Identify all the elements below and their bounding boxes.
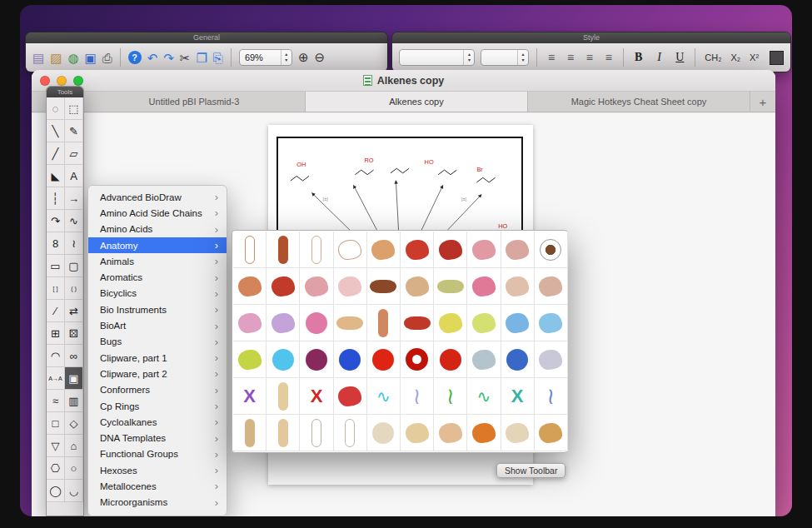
- clipart-skin-layers[interactable]: [334, 305, 367, 341]
- clipart-cell-blue-small[interactable]: [501, 341, 535, 378]
- clipart-skeleton[interactable]: [300, 415, 333, 451]
- align-right-button[interactable]: ≡: [583, 51, 596, 64]
- clipart-heart-section[interactable]: [434, 232, 467, 268]
- clipart-dna-helix[interactable]: ≀: [401, 378, 434, 415]
- menu-item-metallocenes[interactable]: Metallocenes›: [88, 478, 227, 494]
- cut-button[interactable]: ✂: [180, 52, 191, 64]
- clipart-head-profile[interactable]: [334, 232, 367, 268]
- dice-tool[interactable]: ⚄: [65, 322, 83, 345]
- tab-untitled-pbi-plasmid-3[interactable]: Untitled pBI Plasmid-3: [83, 92, 306, 112]
- clipart-stamp-tool[interactable]: ▣: [65, 367, 83, 390]
- eraser-tool[interactable]: ▱: [65, 142, 83, 165]
- solid-bond-tool[interactable]: ╲: [47, 120, 65, 142]
- zoom-stepper[interactable]: ▴▾: [281, 50, 291, 65]
- clipart-skull[interactable]: [367, 415, 401, 451]
- menu-item-anatomy[interactable]: Anatomy›: [88, 237, 227, 253]
- menu-item-nanotubes[interactable]: Nanotubes›: [88, 511, 227, 516]
- font-combobox[interactable]: ▴▾: [399, 49, 475, 66]
- menu-item-dna-templates[interactable]: DNA Templates›: [88, 430, 227, 446]
- underline-button[interactable]: U: [672, 51, 687, 64]
- new-tab-button[interactable]: +: [750, 92, 775, 112]
- rounded-rectangle-tool[interactable]: ▢: [65, 255, 83, 277]
- clipart-red-blood-cell[interactable]: [401, 341, 434, 378]
- superscript-button[interactable]: X²: [748, 52, 760, 62]
- print-button[interactable]: ⎙: [102, 52, 112, 64]
- zoom-out-button[interactable]: ⊖: [314, 50, 325, 65]
- open-document-button[interactable]: ▨: [50, 52, 62, 64]
- clipart-stomach[interactable]: [401, 268, 434, 305]
- align-justify-button[interactable]: ≡: [602, 51, 615, 64]
- clipart-tooth[interactable]: [334, 268, 367, 305]
- clipart-chromosomes-purple[interactable]: X: [233, 378, 267, 415]
- clipart-foot[interactable]: [434, 415, 467, 451]
- subscript-button[interactable]: X₂: [729, 52, 742, 62]
- menu-item-cycloalkanes[interactable]: Cycloalkanes›: [88, 414, 227, 430]
- copy-button[interactable]: ❐: [196, 52, 207, 64]
- open-from-web-button[interactable]: ◍: [67, 52, 78, 64]
- atom-number-tool[interactable]: 8: [47, 232, 65, 255]
- zoom-in-button[interactable]: ⊕: [298, 50, 309, 65]
- size-combobox[interactable]: ▴▾: [481, 49, 529, 66]
- rectangle-tool[interactable]: ▭: [47, 255, 65, 277]
- clipart-ear[interactable]: [501, 232, 535, 268]
- clipart-muscle[interactable]: [401, 305, 434, 341]
- clipart-virus[interactable]: [300, 305, 333, 341]
- arc-tool[interactable]: ◠: [47, 345, 65, 367]
- paste-button[interactable]: ⎘: [213, 52, 223, 64]
- menu-item-clipware-part-1[interactable]: Clipware, part 1›: [88, 350, 227, 366]
- clipart-hand-bones[interactable]: [501, 415, 535, 451]
- clipart-ear-2[interactable]: [535, 268, 568, 305]
- clipart-brain-pink[interactable]: [467, 232, 501, 268]
- clipart-uterus[interactable]: [467, 268, 501, 305]
- clipart-skeleton-small[interactable]: [334, 415, 367, 451]
- circle-shape-tool[interactable]: ○: [65, 457, 83, 480]
- clipart-neuron-green[interactable]: [233, 341, 267, 378]
- clipart-cell-cyan[interactable]: [267, 341, 300, 378]
- clipart-blood-cells[interactable]: [434, 341, 467, 378]
- arrow-tool[interactable]: →: [65, 187, 83, 210]
- menu-item-amino-acid-side-chains[interactable]: Amino Acid Side Chains›: [88, 205, 227, 221]
- align-center-button[interactable]: ≡: [564, 51, 577, 64]
- dashed-bond-tool[interactable]: ┆: [47, 187, 65, 210]
- clipart-pancreas[interactable]: [434, 268, 467, 305]
- wavy-line-tool[interactable]: ≈: [47, 390, 65, 412]
- wavy-bond-tool[interactable]: ≀: [65, 232, 83, 255]
- new-document-button[interactable]: ▤: [32, 52, 44, 64]
- clipart-cell-gray[interactable]: [467, 341, 501, 378]
- zoom-combobox[interactable]: 69% ▴▾: [239, 49, 292, 66]
- clipart-lungs[interactable]: [300, 268, 333, 305]
- bond-alt-tool[interactable]: ╱: [47, 142, 65, 165]
- clipart-muscle-torso[interactable]: [367, 305, 401, 341]
- menu-item-aromatics[interactable]: Aromatics›: [88, 269, 227, 285]
- clipart-kidneys[interactable]: [267, 268, 300, 305]
- menu-item-amino-acids[interactable]: Amino Acids›: [88, 222, 227, 237]
- clipart-body-silhouette[interactable]: [300, 232, 333, 268]
- clipart-bones[interactable]: [401, 415, 434, 451]
- menu-item-microorganisms[interactable]: Microorganisms›: [88, 495, 227, 511]
- clipart-chromosome-red[interactable]: X: [300, 378, 333, 415]
- clipart-pelvis[interactable]: [535, 415, 568, 451]
- reaction-arrow-tool[interactable]: ⇄: [65, 300, 83, 322]
- clipart-cell-pink[interactable]: [233, 305, 267, 341]
- save-button[interactable]: ▣: [84, 52, 96, 64]
- clipart-spine[interactable]: [233, 415, 267, 451]
- italic-button[interactable]: I: [652, 51, 667, 64]
- hexagon-shape-tool[interactable]: ⎔: [47, 457, 65, 480]
- template-tool[interactable]: A→A: [47, 367, 65, 390]
- clipart-cell-red[interactable]: [367, 341, 401, 378]
- clipart-cell-spotted[interactable]: [300, 341, 333, 378]
- curved-arrow-tool[interactable]: ↷: [47, 210, 65, 232]
- orbital-tool[interactable]: ∞: [65, 345, 83, 367]
- align-left-button[interactable]: ≡: [545, 51, 558, 64]
- bold-button[interactable]: B: [631, 51, 646, 64]
- menu-item-animals[interactable]: Animals›: [88, 253, 227, 269]
- clipart-brain[interactable]: [367, 232, 401, 268]
- minimize-button[interactable]: [57, 76, 67, 86]
- formula-style-button[interactable]: CH₂: [703, 52, 723, 62]
- clipart-dna-green[interactable]: ≀: [434, 378, 467, 415]
- clipart-vertebrae[interactable]: [267, 415, 300, 451]
- menu-item-functional-groups[interactable]: Functional Groups›: [88, 446, 227, 462]
- redo-button[interactable]: ↷: [163, 52, 174, 64]
- triangle-shape-tool[interactable]: ▽: [47, 435, 65, 457]
- clipart-neuron-yellow[interactable]: [434, 305, 467, 341]
